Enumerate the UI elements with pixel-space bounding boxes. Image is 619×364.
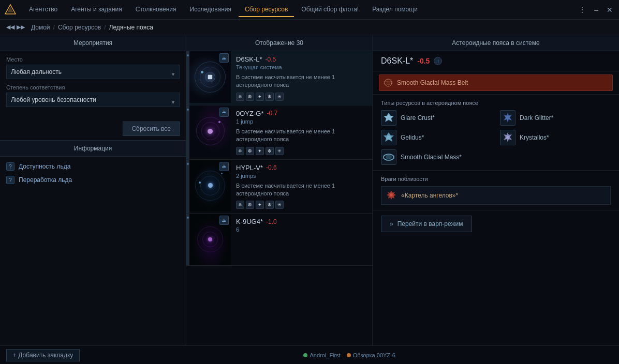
breadcrumb-current: Ледяные пояса — [109, 24, 153, 31]
breadcrumb-home[interactable]: Домой — [31, 24, 50, 31]
place-select[interactable]: Любая дальность — [6, 65, 180, 79]
res-icon-20: ❄ — [236, 201, 244, 209]
system-item-2[interactable]: ⛰ HYPL-V* -0.6 2 jumps В системе насчиты… — [186, 160, 372, 214]
close-button[interactable]: ✕ — [605, 4, 615, 16]
breadcrumb-resource[interactable]: Сбор ресурсов — [58, 24, 101, 31]
minimize-button[interactable]: – — [592, 4, 600, 16]
system-name-3: K-9UG4* — [236, 218, 263, 225]
indicator-dot-3 — [187, 217, 189, 219]
system-security-0: -0.5 — [266, 56, 276, 63]
info-item-ice-access[interactable]: ? Доступность льда — [0, 160, 186, 173]
system-thumb-2: ⛰ — [189, 160, 231, 211]
add-bookmark-button[interactable]: + Добавить закладку — [6, 349, 80, 361]
system-security-3: -1.0 — [266, 218, 277, 225]
status-item-0[interactable]: Androi_First — [303, 352, 340, 358]
match-select[interactable]: Любой уровень безопасности — [6, 93, 180, 107]
resource-name-2: Gelidus* — [401, 134, 424, 141]
resource-icon-1 — [500, 110, 515, 126]
nav-item-resource[interactable]: Сбор ресурсов — [239, 3, 294, 17]
resource-item-1[interactable]: Dark Glitter* — [500, 110, 611, 126]
resource-icon-3 — [500, 130, 515, 145]
window-controls: ⋮ – ✕ — [577, 4, 615, 16]
enemy-item-0[interactable]: «Картель ангелов»* — [381, 186, 611, 205]
res-icon-10: ❄ — [236, 147, 244, 155]
nav-item-fleet[interactable]: Общий сбор флота! — [295, 3, 365, 17]
nav-item-list: Агентство Агенты и задания Столкновения … — [23, 3, 577, 17]
warp-button[interactable]: » Перейти в варп-режим — [381, 216, 472, 232]
belt-item-0[interactable]: Smooth Glacial Mass Belt — [379, 74, 613, 91]
status-item-1[interactable]: Обзорка 00YZ-6 — [347, 352, 395, 358]
breadcrumb-forward[interactable]: ▶▶ — [17, 24, 25, 31]
system-content-2: HYPL-V* -0.6 2 jumps В системе насчитыва… — [231, 160, 372, 214]
system-info-button[interactable]: i — [434, 57, 442, 65]
status-label-0: Androi_First — [310, 352, 340, 358]
system-name-0: D6SK-L* — [236, 55, 262, 63]
thumb-icon-0: ⛰ — [219, 53, 229, 63]
system-item-3[interactable]: ⛰ K-9UG4* -1.0 6 — [186, 214, 372, 266]
right-security: -0.5 — [417, 57, 430, 65]
menu-button[interactable]: ⋮ — [577, 4, 588, 16]
resource-item-2[interactable]: Gelidus* — [381, 130, 492, 145]
enemies-section: Враги поблизости «Картель ангелов»* — [373, 171, 619, 210]
events-header: Мероприятия — [0, 35, 186, 51]
info-items-list: ? Доступность льда ? Переработка льда — [0, 157, 186, 190]
breadcrumb-back[interactable]: ◀◀ — [6, 24, 14, 31]
reset-button[interactable]: Сбросить все — [123, 122, 180, 136]
left-panel: Мероприятия Место Любая дальность Степен… — [0, 35, 186, 345]
info-header: Информация — [0, 141, 186, 157]
resources-grid: Glare Crust* Dark Glitter* — [381, 110, 611, 165]
right-system-name: D6SK-L* — [381, 56, 413, 66]
breadcrumb: ◀◀ ▶▶ Домой / Сбор ресурсов / Ледяные по… — [0, 20, 619, 35]
system-item-0[interactable]: ⛰ D6SK-L* -0.5 Текущая система В системе… — [186, 51, 372, 105]
svg-point-10 — [387, 135, 391, 140]
nav-item-conflicts[interactable]: Столкновения — [129, 3, 183, 17]
system-content-3: K-9UG4* -1.0 6 — [231, 214, 372, 265]
thumb-icon-2: ⛰ — [219, 162, 229, 171]
system-desc-2: В системе насчитывается не менее 1 астер… — [236, 182, 367, 198]
system-thumb-0: ⛰ — [189, 51, 231, 103]
bottom-status-items: Androi_First Обзорка 00YZ-6 — [86, 352, 613, 358]
belt-name-0: Smooth Glacial Mass Belt — [397, 79, 468, 86]
res-icon-12: ✦ — [256, 147, 264, 155]
info-item-label-0: Доступность льда — [19, 163, 70, 170]
system-name-row-3: K-9UG4* -1.0 — [236, 218, 367, 225]
info-item-ice-process[interactable]: ? Переработка льда — [0, 173, 186, 187]
resource-item-0[interactable]: Glare Crust* — [381, 110, 492, 126]
resources-section: Типы ресурсов в астероидном поясе Glare … — [373, 95, 619, 171]
svg-marker-1 — [7, 7, 13, 12]
system-desc-1: В системе насчитывается не менее 1 астер… — [236, 128, 367, 144]
match-select-wrapper: Любой уровень безопасности — [6, 93, 180, 112]
res-icon-03: ❇ — [266, 93, 274, 101]
place-label: Место — [6, 56, 180, 63]
resource-name-3: Krystallos* — [520, 134, 549, 141]
system-security-1: -0.7 — [267, 110, 277, 117]
indicator-dot-1 — [187, 109, 189, 111]
nav-item-agents[interactable]: Агенты и задания — [65, 3, 128, 17]
resource-item-3[interactable]: Krystallos* — [500, 130, 611, 145]
system-name-row-1: 0OYZ-G* -0.7 — [236, 110, 367, 117]
info-icon-0: ? — [6, 162, 14, 171]
nav-item-research[interactable]: Исследования — [184, 3, 238, 17]
top-navigation: Агентство Агенты и задания Столкновения … — [0, 0, 619, 20]
middle-panel: Отображение 30 ⛰ — [186, 35, 373, 345]
nav-item-help[interactable]: Раздел помощи — [366, 3, 424, 17]
breadcrumb-sep-2: / — [104, 24, 106, 31]
nav-item-agency[interactable]: Агентство — [23, 3, 64, 17]
svg-point-14 — [386, 155, 392, 159]
resource-item-4[interactable]: Smooth Glacial Mass* — [381, 149, 492, 165]
system-content-0: D6SK-L* -0.5 Текущая система В системе н… — [231, 51, 372, 105]
system-thumb-1: ⛰ — [189, 105, 231, 157]
enemy-icon-0 — [386, 190, 397, 201]
right-panel: Астероидные пояса в системе D6SK-L* -0.5… — [373, 35, 619, 345]
svg-point-16 — [390, 193, 393, 196]
enemies-title: Враги поблизости — [381, 176, 611, 182]
resource-name-4: Smooth Glacial Mass* — [401, 154, 462, 161]
system-sub-0: Текущая система — [236, 64, 367, 70]
svg-point-12 — [506, 136, 509, 139]
breadcrumb-navigation: ◀◀ ▶▶ — [6, 24, 25, 31]
res-icon-02: ✦ — [256, 93, 264, 101]
main-content: Мероприятия Место Любая дальность Степен… — [0, 35, 619, 345]
info-section: Информация ? Доступность льда ? Перерабо… — [0, 140, 186, 190]
res-icon-23: ❇ — [266, 201, 274, 209]
system-item-1[interactable]: ⛰ 0OYZ-G* -0.7 1 jump В системе насчитыв… — [186, 105, 372, 160]
